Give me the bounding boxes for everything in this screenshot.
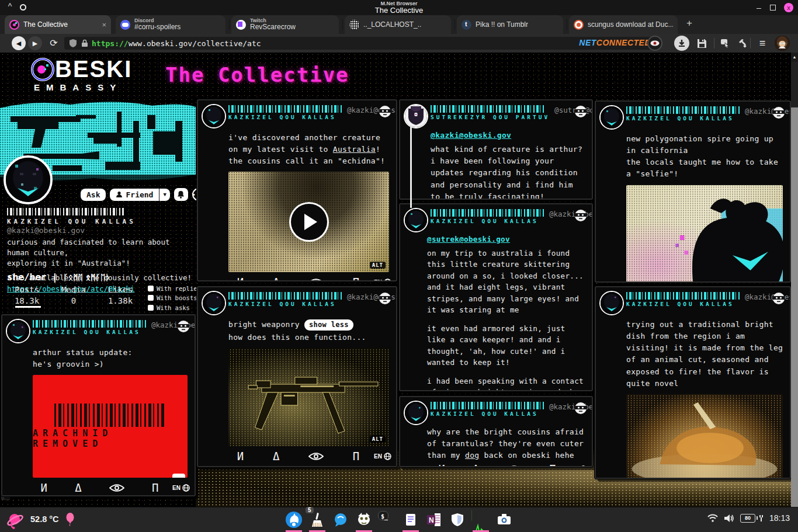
reblog-icon[interactable]: И: [237, 277, 244, 281]
selfie-image[interactable]: [626, 185, 783, 283]
stat-likes[interactable]: Likes 1.38k: [103, 285, 138, 305]
shield-icon[interactable]: [69, 39, 77, 48]
battery-indicator[interactable]: 80: [740, 514, 764, 523]
post-echidna[interactable]: KAZKIZEL QOU KALLAS @kazki@obeski.gov - …: [197, 99, 397, 281]
post-author[interactable]: KAZKIZEL QOU KALLAS: [228, 114, 342, 120]
back-button[interactable]: ◀: [12, 36, 26, 50]
eye-icon[interactable]: [506, 465, 522, 467]
browser-menu-button[interactable]: ≡: [755, 36, 770, 51]
dock-terminal[interactable]: $_: [378, 510, 397, 529]
volume-icon[interactable]: [724, 514, 734, 523]
like-icon[interactable]: Δ: [273, 451, 279, 462]
close-button[interactable]: x: [784, 3, 793, 12]
eye-tracker-button[interactable]: [647, 36, 662, 51]
tab-close-icon[interactable]: ×: [96, 20, 106, 29]
language-toggle[interactable]: EN: [172, 484, 190, 492]
notification-bell-button[interactable]: [174, 188, 188, 201]
scroll-up-button[interactable]: ▲: [791, 53, 798, 62]
post-menu-button[interactable]: [772, 292, 785, 305]
alt-badge[interactable]: ALT: [370, 436, 386, 443]
share-icon[interactable]: Π: [152, 482, 158, 493]
dock-screenshot[interactable]: [495, 510, 514, 529]
post-author[interactable]: KAZKIZEL QOU KALLAS: [228, 301, 342, 307]
post-author[interactable]: KAZKIZEL QOU KALLAS: [626, 115, 740, 121]
filter-with-asks[interactable]: With asks: [148, 303, 201, 312]
filter-with-replies[interactable]: With replies: [148, 284, 201, 293]
eye-icon[interactable]: [308, 452, 324, 461]
filter-with-boosts[interactable]: With boosts: [148, 293, 201, 302]
arachnid-removed-image[interactable]: ARACHNID REMOVED: [33, 375, 188, 478]
language-toggle[interactable]: EN: [374, 453, 391, 460]
kazki-avatar[interactable]: [599, 291, 624, 315]
post-menu-button[interactable]: [772, 106, 785, 119]
url-bar[interactable]: https://www.obeski.gov/collective/atc NE…: [64, 37, 655, 50]
new-tab-button[interactable]: +: [682, 18, 696, 29]
post-arthur-origin[interactable]: KAZKIZEL QOU KALLAS @kazki@obeski.gov - …: [399, 203, 593, 391]
reblog-icon[interactable]: И: [41, 482, 47, 493]
minimize-button[interactable]: –: [754, 2, 764, 13]
machine-gun-image[interactable]: ALT: [228, 348, 389, 446]
dock-gimp[interactable]: [355, 510, 373, 529]
dock-system-monitor[interactable]: [471, 510, 490, 529]
tab-scungus-download[interactable]: scungus download at Duc...: [569, 15, 678, 34]
post-author[interactable]: SUTREKEZYR QOU PARTUV: [431, 114, 550, 120]
post-menu-button[interactable]: [574, 105, 587, 118]
save-page-button[interactable]: [694, 36, 709, 51]
friend-dropdown-button[interactable]: ▼: [159, 189, 169, 201]
restore-button[interactable]: [768, 2, 778, 13]
language-toggle[interactable]: EN: [374, 279, 391, 281]
clock[interactable]: 18:13: [769, 513, 790, 523]
post-menu-button[interactable]: [574, 209, 587, 222]
share-icon[interactable]: Π: [353, 451, 359, 462]
stat-posts[interactable]: Posts 18.3k: [9, 285, 44, 305]
post-tarantulas[interactable]: KAZKIZEL QOU KALLAS @kazki@obeski.gov - …: [399, 396, 593, 467]
kazki-avatar[interactable]: [404, 401, 428, 425]
post-bright-dish[interactable]: KAZKIZEL QOU KALLAS @kazki@obeski.gov - …: [595, 286, 791, 479]
post-menu-button[interactable]: [177, 320, 190, 333]
kazki-avatar[interactable]: [599, 105, 624, 130]
like-icon[interactable]: Δ: [273, 277, 279, 281]
scrollbar-thumb[interactable]: [791, 62, 798, 107]
dock-password-manager[interactable]: [448, 510, 467, 529]
friend-button[interactable]: Friend: [110, 189, 159, 201]
profile-menu-avatar[interactable]: [775, 36, 790, 51]
eye-icon[interactable]: [109, 484, 124, 492]
post-author[interactable]: KAZKIZEL QOU KALLAS: [33, 329, 147, 335]
balloon-icon[interactable]: [65, 513, 75, 527]
like-icon[interactable]: Δ: [473, 464, 479, 467]
kazki-avatar[interactable]: [202, 104, 226, 128]
like-icon[interactable]: Δ: [75, 482, 81, 493]
post-bright-weaponry[interactable]: KAZKIZEL QOU KALLAS @kazki@obeski.gov - …: [197, 286, 397, 467]
share-icon[interactable]: Π: [549, 464, 556, 467]
dock-onenote[interactable]: N: [425, 510, 443, 529]
tab-discord[interactable]: Discord #corru-spoilers: [116, 15, 225, 34]
share-icon[interactable]: Π: [353, 277, 359, 281]
echidna-video[interactable]: ALT: [228, 172, 389, 272]
tab-tumblr[interactable]: Pika !! on Tumblr: [457, 15, 563, 34]
select-tool-button[interactable]: [717, 36, 733, 51]
kazki-avatar[interactable]: [6, 319, 30, 343]
post-sutrek-question[interactable]: SUTREKEZYR QOU PARTUV @sutrek@obeski.gov…: [399, 99, 593, 200]
tab-twitch[interactable]: Twitch RevScarecrow: [231, 15, 339, 34]
mention-link[interactable]: @sutrek@obeski.gov: [427, 234, 587, 245]
forward-button[interactable]: ▶: [28, 36, 42, 50]
site-logo[interactable]: BESKI EMBASSY: [30, 56, 132, 92]
post-author[interactable]: KAZKIZEL QOU KALLAS: [626, 301, 740, 307]
kazki-avatar[interactable]: [202, 291, 226, 315]
dock-notes[interactable]: [401, 510, 420, 529]
cpu-temperature[interactable]: 52.8 °C: [30, 514, 59, 524]
wifi-icon[interactable]: [707, 514, 718, 522]
url-text[interactable]: https://www.obeski.gov/collective/atc: [92, 39, 261, 48]
australia-link[interactable]: Australia: [333, 145, 376, 154]
dog-link[interactable]: dog: [465, 451, 479, 460]
tab-localhost[interactable]: .._LOCALHOST_..: [345, 15, 451, 34]
food-image[interactable]: [626, 394, 783, 479]
post-menu-button[interactable]: [379, 105, 391, 118]
reblog-icon[interactable]: И: [438, 464, 445, 467]
sutrek-avatar[interactable]: [404, 104, 428, 128]
post-arthur-status[interactable]: KAZKIZEL QOU KALLAS @kazki@obeski.gov ar…: [1, 314, 196, 496]
show-less-button[interactable]: show less: [304, 319, 353, 331]
reload-button[interactable]: ⟳: [47, 36, 61, 50]
stat-media[interactable]: Media 0: [56, 285, 91, 305]
dock-browser[interactable]: [284, 510, 303, 529]
